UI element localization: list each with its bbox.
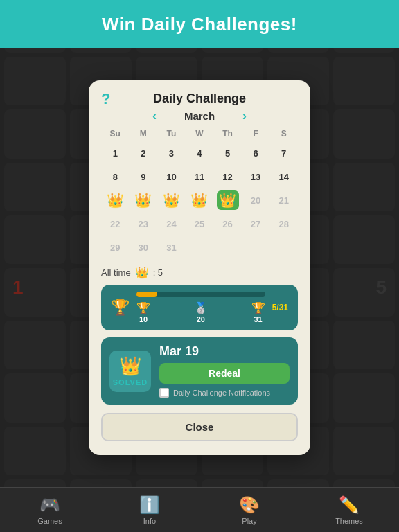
next-month-button[interactable]: ›	[242, 109, 247, 123]
crown-green-icon: 👑	[217, 190, 239, 210]
top-banner: Win Daily Challenges!	[0, 0, 399, 48]
progress-section: 🏆 🏆 10 🥈 20 🏆 31	[101, 285, 298, 330]
cal-cell: 20	[242, 188, 270, 212]
cal-cell: 21	[269, 188, 298, 212]
cal-cell	[186, 236, 214, 259]
cal-cell[interactable]: 👑	[157, 188, 186, 212]
help-button[interactable]: ?	[101, 90, 110, 108]
cal-day-dimmed: 27	[245, 214, 267, 233]
nav-item-themes[interactable]: ✏️ Themes	[299, 495, 399, 525]
cal-day[interactable]: 13	[245, 167, 267, 186]
cal-cell[interactable]: 3	[157, 141, 186, 165]
notification-label: Daily Challenge Notifications	[173, 389, 270, 397]
progress-bar-wrap: 🏆 10 🥈 20 🏆 31	[136, 292, 265, 323]
cal-cell[interactable]: 14	[269, 165, 298, 188]
cal-cell[interactable]: 13	[242, 165, 270, 188]
nav-label-info: Info	[143, 517, 156, 525]
cal-cell	[213, 236, 242, 259]
cal-day[interactable]: 3	[160, 143, 182, 163]
progress-bar-bg	[136, 292, 265, 297]
modal-dialog: ? Daily Challenge ‹ March › Su M Tu W Th…	[89, 80, 310, 455]
prev-month-button[interactable]: ‹	[152, 109, 157, 123]
calendar-row-3: 22232425262728	[101, 212, 298, 236]
notification-checkbox[interactable]	[159, 388, 169, 398]
cal-day-dimmed: 30	[132, 238, 154, 257]
cal-cell[interactable]: 1	[101, 141, 130, 165]
nav-item-play[interactable]: 🎨 Play	[200, 495, 299, 525]
cal-day-dimmed: 20	[245, 190, 267, 210]
banner-text: Win Daily Challenges!	[102, 14, 297, 35]
cal-cell: 24	[157, 212, 186, 236]
progress-markers: 🏆 10 🥈 20 🏆 31	[136, 301, 265, 323]
nav-label-play: Play	[242, 517, 256, 525]
cal-cell[interactable]: 12	[213, 165, 242, 188]
all-time-row: All time 👑 : 5	[101, 266, 298, 279]
cal-day-dimmed: 21	[273, 190, 295, 210]
cal-cell[interactable]: 6	[242, 141, 270, 165]
bottom-nav: 🎮 Games ℹ️ Info 🎨 Play ✏️ Themes	[0, 487, 399, 532]
cal-cell[interactable]: 8	[101, 165, 130, 188]
col-s: S	[269, 127, 298, 141]
cal-cell[interactable]: 7	[269, 141, 298, 165]
cal-cell[interactable]: 9	[130, 165, 158, 188]
cal-cell: 30	[130, 236, 158, 259]
play-icon: 🎨	[239, 495, 260, 515]
calendar-row-2: 👑👑👑👑👑2021	[101, 188, 298, 212]
milestone-10-val: 10	[139, 315, 148, 323]
cal-day[interactable]: 11	[188, 167, 211, 186]
cal-day[interactable]: 1	[104, 143, 126, 163]
cal-cell[interactable]: 👑	[101, 188, 130, 212]
modal-title: Daily Challenge	[153, 91, 246, 106]
nav-item-games[interactable]: 🎮 Games	[0, 495, 100, 525]
cal-day[interactable]: 14	[273, 167, 295, 186]
nav-label-themes: Themes	[335, 517, 363, 525]
notification-row: Daily Challenge Notifications	[159, 388, 290, 398]
cal-day[interactable]: 2	[132, 143, 154, 163]
cal-day[interactable]: 6	[245, 143, 267, 163]
redeal-button[interactable]: Redeal	[159, 363, 290, 384]
cal-cell: 26	[213, 212, 242, 236]
cal-cell	[269, 236, 298, 259]
cal-cell[interactable]: 11	[186, 165, 214, 188]
milestone-20: 🥈 20	[194, 301, 208, 323]
info-icon: ℹ️	[139, 495, 160, 515]
cal-cell: 29	[101, 236, 130, 259]
month-nav: ‹ March ›	[101, 109, 298, 123]
cal-day[interactable]: 8	[104, 167, 126, 186]
calendar-header-row: Su M Tu W Th F S	[101, 127, 298, 141]
cal-cell: 27	[242, 212, 270, 236]
col-w: W	[186, 127, 214, 141]
solved-crown-icon: 👑	[119, 355, 141, 377]
cal-cell[interactable]: 👑	[213, 188, 242, 212]
cal-day-dimmed: 25	[188, 214, 211, 233]
cal-cell[interactable]: 5	[213, 141, 242, 165]
cal-day[interactable]: 5	[217, 143, 239, 163]
cal-cell[interactable]: 👑	[130, 188, 158, 212]
milestone-31-val: 31	[254, 315, 263, 323]
nav-item-info[interactable]: ℹ️ Info	[100, 495, 200, 525]
all-time-label: All time	[101, 267, 131, 278]
games-icon: 🎮	[39, 495, 60, 515]
cal-day[interactable]: 9	[132, 167, 154, 186]
cal-day[interactable]: 10	[160, 167, 182, 186]
milestone-10: 🏆 10	[136, 301, 150, 323]
cal-day-dimmed: 28	[273, 214, 295, 233]
cal-cell[interactable]: 👑	[186, 188, 214, 212]
cal-cell[interactable]: 2	[130, 141, 158, 165]
calendar-row-1: 891011121314	[101, 165, 298, 188]
solved-section: 👑 SOLVED Mar 19 Redeal Daily Challenge N…	[101, 337, 298, 405]
crown-icon: 👑	[107, 192, 124, 209]
cal-cell[interactable]: 4	[186, 141, 214, 165]
cal-cell: 31	[157, 236, 186, 259]
calendar-row-0: 1234567	[101, 141, 298, 165]
cal-cell[interactable]: 10	[157, 165, 186, 188]
cal-cell: 22	[101, 212, 130, 236]
cal-day-dimmed: 26	[217, 214, 239, 233]
cal-day[interactable]: 7	[273, 143, 295, 163]
solved-date: Mar 19	[159, 344, 290, 359]
solved-crown-wrap: 👑 SOLVED	[109, 351, 151, 392]
cal-day[interactable]: 4	[188, 143, 211, 163]
close-button[interactable]: Close	[101, 413, 298, 441]
cal-day[interactable]: 12	[217, 167, 239, 186]
calendar-row-4: 293031	[101, 236, 298, 259]
